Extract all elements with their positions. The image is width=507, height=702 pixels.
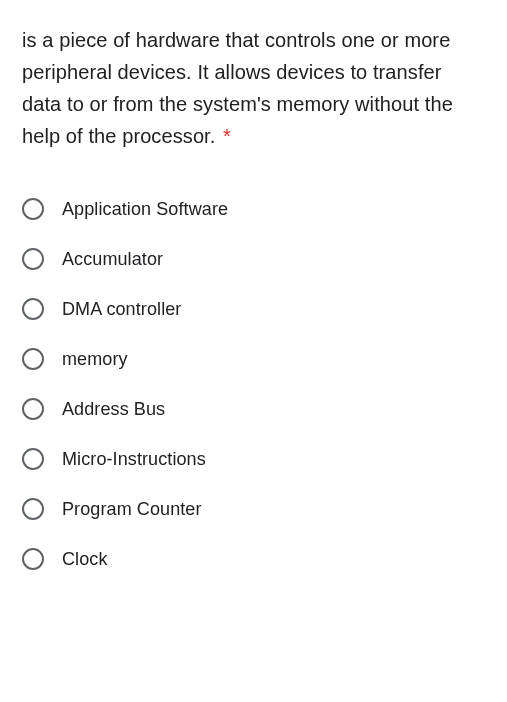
radio-icon <box>22 498 44 520</box>
radio-icon <box>22 248 44 270</box>
option-label: memory <box>62 349 128 370</box>
radio-icon <box>22 398 44 420</box>
option-label: Micro-Instructions <box>62 449 206 470</box>
radio-icon <box>22 548 44 570</box>
option-label: Clock <box>62 549 108 570</box>
question-text: is a piece of hardware that controls one… <box>22 29 453 147</box>
option-application-software[interactable]: Application Software <box>22 184 485 234</box>
option-accumulator[interactable]: Accumulator <box>22 234 485 284</box>
radio-icon <box>22 198 44 220</box>
options-list: Application Software Accumulator DMA con… <box>22 184 485 584</box>
option-label: Application Software <box>62 199 228 220</box>
option-memory[interactable]: memory <box>22 334 485 384</box>
radio-icon <box>22 298 44 320</box>
radio-icon <box>22 348 44 370</box>
option-label: Accumulator <box>62 249 163 270</box>
option-clock[interactable]: Clock <box>22 534 485 584</box>
option-dma-controller[interactable]: DMA controller <box>22 284 485 334</box>
option-micro-instructions[interactable]: Micro-Instructions <box>22 434 485 484</box>
option-label: DMA controller <box>62 299 181 320</box>
required-asterisk: * <box>223 125 231 147</box>
question-prompt: is a piece of hardware that controls one… <box>22 24 485 152</box>
option-label: Program Counter <box>62 499 202 520</box>
option-label: Address Bus <box>62 399 165 420</box>
option-program-counter[interactable]: Program Counter <box>22 484 485 534</box>
radio-icon <box>22 448 44 470</box>
option-address-bus[interactable]: Address Bus <box>22 384 485 434</box>
